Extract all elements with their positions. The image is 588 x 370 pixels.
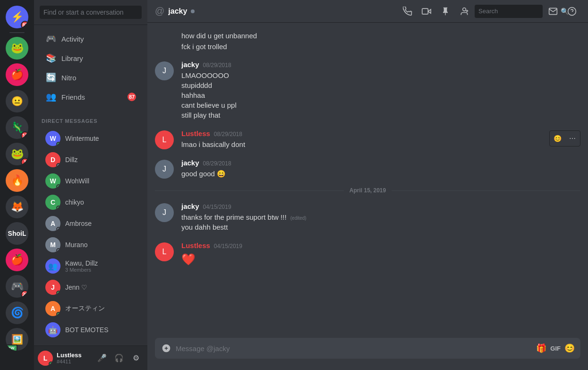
server-icon-2[interactable]: 🍎	[6, 63, 28, 86]
dm-avatar-ambrose: A	[45, 216, 60, 231]
dm-avatar-kawu-dillz: 👥	[45, 258, 60, 274]
dm-item-dillz[interactable]: D Dillz	[38, 149, 144, 170]
svg-point-2	[463, 8, 466, 11]
gift-icon[interactable]: 🎁	[536, 343, 546, 353]
server-sidebar-divider	[9, 32, 25, 33]
nav-item-nitro[interactable]: 🔄 Nitro	[38, 68, 144, 87]
help-button[interactable]	[563, 3, 580, 20]
message-avatar-jacky-2: J	[155, 160, 174, 179]
server-icon-home[interactable]: ⚡ 87	[6, 6, 28, 28]
at-symbol: @	[155, 6, 164, 17]
nav-item-library[interactable]: 📚 Library	[38, 49, 144, 68]
date-divider: April 15, 2019	[147, 180, 588, 201]
add-friend-button[interactable]	[456, 3, 473, 20]
input-right-icons: 🎁 GIF 😊	[536, 343, 575, 353]
server-icon-10[interactable]: 🎮 26	[6, 275, 28, 298]
gif-button[interactable]: GIF	[550, 345, 561, 352]
user-panel-icons: 🎤 🎧 ⚙	[94, 351, 144, 366]
nav-item-activity[interactable]: 🎮 Activity	[38, 29, 144, 48]
server-icon-7[interactable]: 🦊	[6, 196, 28, 218]
dm-name-ambrose: Ambrose	[65, 220, 92, 227]
dm-avatar-bot-emotes: 🤖	[45, 322, 60, 337]
activity-label: Activity	[61, 35, 84, 43]
dm-item-murano[interactable]: M Murano	[38, 234, 144, 255]
chat-search-box: 🔍	[475, 5, 543, 18]
settings-button[interactable]: ⚙	[128, 351, 144, 366]
user-panel-info: Lustless #4411	[57, 352, 91, 364]
message-avatar-lustless: L	[155, 130, 174, 149]
chat-header-user: @ jacky	[155, 6, 393, 17]
message-text: fck i got trolled	[181, 42, 580, 52]
message-content-lustless-1: Lustless 08/29/2018 lmao i basically don…	[181, 129, 580, 149]
friends-label: Friends	[61, 93, 85, 101]
server-icon-9[interactable]: 🍎	[6, 249, 28, 271]
dm-item-kawu-dillz[interactable]: 👥 Kawu, Dillz 3 Members	[38, 256, 144, 276]
chat-header: @ jacky 🔍	[147, 0, 588, 23]
search-input[interactable]	[40, 6, 142, 19]
dm-list: W Wintermute D Dillz W WohWill C c	[34, 126, 147, 345]
mic-button[interactable]: 🎤	[94, 351, 110, 366]
status-wintermute	[56, 142, 60, 146]
message-content-jacky-3: jacky 04/15/2019 thanks for the prime su…	[181, 202, 580, 232]
attach-button[interactable]	[161, 343, 172, 354]
server-icon-11[interactable]: 🌀	[6, 301, 28, 324]
dm-name-kawu-dillz: Kawu, Dillz	[65, 259, 98, 267]
call-button[interactable]	[399, 3, 416, 20]
message-actions: 😊 ⋯	[549, 130, 580, 146]
dm-avatar-wohwill: W	[45, 173, 60, 189]
react-button[interactable]: 😊	[551, 132, 564, 145]
message-content-jacky-1: jacky 08/29/2018 LMAOOOOOO stupidddd hah…	[181, 60, 580, 120]
dm-item-bot-emotes[interactable]: 🤖 BOT EMOTES	[38, 319, 144, 340]
server-icon-3[interactable]: 😐	[6, 90, 28, 112]
dm-name-jenn: Jenn ♡	[65, 284, 87, 291]
message-avatar-lustless-2: L	[155, 242, 174, 261]
server-icon-5[interactable]: 🐸 1	[6, 143, 28, 165]
server-icon-8[interactable]: ShoiL	[6, 222, 28, 245]
message-input[interactable]	[176, 339, 532, 358]
message-group-jacky-1: J jacky 08/29/2018 LMAOOOOOO stupidddd h…	[147, 60, 588, 121]
divider-text: April 15, 2019	[349, 187, 386, 194]
emoji-button[interactable]: 😊	[564, 343, 575, 353]
server-icon-1[interactable]: 🐸	[6, 37, 28, 60]
message-header: jacky 08/29/2018	[181, 159, 580, 167]
chat-input-area: 🎁 GIF 😊	[147, 338, 588, 370]
message-avatar-jacky-3: J	[155, 203, 174, 222]
headphone-button[interactable]: 🎧	[111, 351, 127, 366]
more-options-button[interactable]: ⋯	[566, 132, 579, 145]
edited-tag: (edited)	[290, 215, 307, 221]
server-icon-6[interactable]: 🔥	[6, 169, 28, 192]
pin-button[interactable]	[437, 3, 454, 20]
status-jenn	[56, 291, 60, 295]
message-content-jacky-2: jacky 08/29/2018 good good 😄	[181, 159, 580, 179]
svg-rect-1	[422, 9, 428, 14]
message-timestamp: 08/29/2018	[214, 131, 242, 138]
chat-header-username: jacky	[168, 7, 187, 16]
dm-item-austin[interactable]: A オースティン	[38, 298, 144, 319]
activity-icon: 🎮	[45, 33, 57, 44]
server-icon-4[interactable]: 🦎 17	[6, 116, 28, 139]
dm-item-chikyo[interactable]: C chikyo	[38, 192, 144, 213]
user-status-indicator	[191, 9, 195, 13]
dm-item-ambrose[interactable]: A Ambrose	[38, 213, 144, 234]
message-header: jacky 08/29/2018	[181, 60, 580, 69]
server-icon-12[interactable]: 🖼️ NEW	[6, 328, 28, 351]
message-author-jacky: jacky	[181, 60, 199, 69]
friends-icon: 👥	[45, 91, 57, 103]
chat-area: @ jacky 🔍	[147, 0, 588, 370]
user-avatar: L	[38, 351, 53, 366]
dm-avatar-austin: A	[45, 301, 60, 316]
dm-avatar-wintermute: W	[45, 131, 60, 146]
svg-marker-0	[428, 9, 431, 13]
message-group-continuation-2: fck i got trolled	[147, 41, 588, 52]
dm-item-jenn[interactable]: J Jenn ♡	[38, 277, 144, 298]
nav-item-friends[interactable]: 👥 Friends 87	[38, 87, 144, 106]
mention-button[interactable]	[545, 3, 562, 20]
divider-line-left	[155, 190, 344, 191]
library-label: Library	[61, 54, 83, 62]
message-avatar-jacky: J	[155, 61, 174, 80]
user-panel: L Lustless #4411 🎤 🎧 ⚙	[34, 345, 147, 370]
dm-item-wohwill[interactable]: W WohWill	[38, 171, 144, 191]
dm-avatar-murano: M	[45, 237, 60, 252]
dm-item-wintermute[interactable]: W Wintermute	[38, 128, 144, 149]
video-button[interactable]	[418, 3, 435, 20]
